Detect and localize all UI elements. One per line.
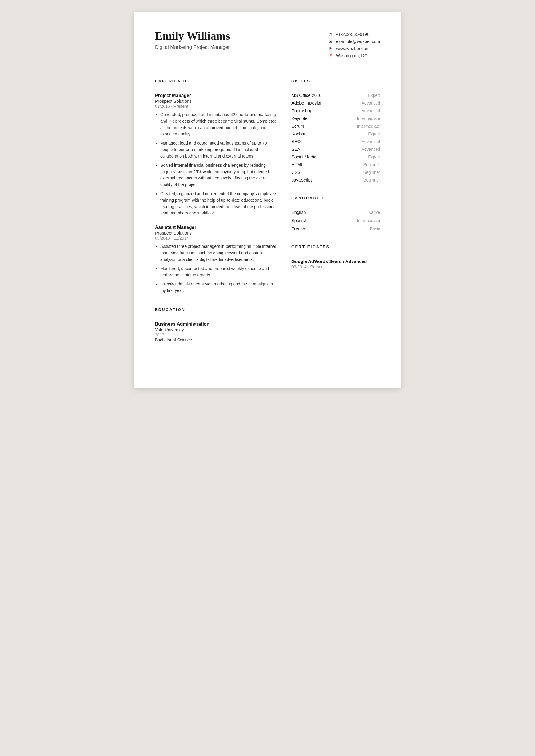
job-item: Project Manager Prospect Solutions 01/20… [155, 93, 277, 216]
skill-row: HTMLBeginner [292, 162, 380, 167]
skill-row: Adobe InDesignAdvanced [292, 101, 380, 105]
skill-row: SEOAdvanced [292, 139, 380, 144]
skill-level: Beginner [363, 170, 380, 175]
bullet-item: Directly administrated seven marketing a… [160, 281, 277, 294]
cert-date: 03/2014 - Present [292, 264, 380, 269]
language-level: Intermediate [357, 218, 380, 223]
edu-year: 2013 [155, 333, 277, 337]
skills-title: SKILLS [292, 79, 380, 83]
skills-section: SKILLS MS Office 2016ExpertAdobe InDesig… [292, 79, 380, 182]
website-value: www.wozber.com [336, 46, 370, 51]
main-body: EXPERIENCE Project Manager Prospect Solu… [155, 79, 380, 356]
education-title: EDUCATION [155, 308, 277, 312]
phone-value: +1-202-555-0196 [336, 32, 369, 37]
contact-website: ⚑ www.wozber.com [328, 46, 380, 51]
skill-row: JavaScriptBeginner [292, 178, 380, 182]
bullet-item: Monitored, documented and prepared weekl… [160, 266, 277, 279]
skill-row: KanbanExpert [292, 131, 380, 136]
skill-level: Expert [368, 131, 380, 136]
certificate-item: Google AdWords Search Advanced03/2014 - … [292, 259, 380, 269]
header-section: Emily Williams Digital Marketing Project… [155, 30, 380, 64]
skill-level: Intermediate [357, 124, 380, 128]
language-row: SpanishIntermediate [292, 218, 380, 223]
skill-level: Intermediate [357, 116, 380, 121]
language-level: Basic [370, 227, 380, 231]
skill-name: Keynote [292, 116, 307, 121]
job-company-2: Prospect Solutions [155, 231, 277, 235]
edu-school: Yale University [155, 328, 277, 332]
language-name: English [292, 210, 306, 215]
skill-level: Beginner [363, 178, 380, 182]
skill-name: Social Media [292, 154, 316, 159]
job-company-1: Prospect Solutions [155, 99, 277, 104]
skills-divider [292, 86, 380, 87]
skill-row: PhotoshopAdvanced [292, 108, 380, 113]
language-row: EnglishNative [292, 210, 380, 215]
job-title: Digital Marketing Project Manager [155, 44, 230, 50]
contact-phone: ✆ +1-202-555-0196 [328, 32, 380, 37]
skill-row: KeynoteIntermediate [292, 116, 380, 121]
job-title-1: Project Manager [155, 93, 277, 98]
experience-title: EXPERIENCE [155, 79, 277, 83]
bullet-item: Managed, lead and coordinated various te… [160, 140, 277, 159]
skill-row: SEAAdvanced [292, 147, 380, 151]
job-bullets-2: Assisted three project managers in perfo… [155, 243, 277, 294]
skill-level: Advanced [361, 147, 380, 151]
skill-level: Expert [368, 154, 380, 159]
header-right: ✆ +1-202-555-0196 ✉ example@wozber.com ⚑… [328, 32, 380, 58]
job-bullets-1: Generated, produced and maintained 42 en… [155, 112, 277, 216]
resume-page: Emily Williams Digital Marketing Project… [134, 12, 401, 388]
skill-row: CSSBeginner [292, 170, 380, 175]
skill-name: Kanban [292, 131, 307, 136]
job-item: Assistant Manager Prospect Solutions 09/… [155, 225, 277, 294]
bullet-item: Assisted three project managers in perfo… [160, 243, 277, 263]
certificates-divider [292, 252, 380, 252]
phone-icon: ✆ [328, 32, 333, 37]
skill-name: Scrum [292, 124, 304, 128]
job-date-1: 01/2015 - Present [155, 104, 277, 109]
skill-row: ScrumIntermediate [292, 124, 380, 128]
email-icon: ✉ [328, 40, 333, 44]
cert-name: Google AdWords Search Advanced [292, 259, 380, 264]
edu-item: Business Administration Yale University … [155, 322, 277, 342]
skill-name: SEA [292, 147, 300, 151]
candidate-name: Emily Williams [155, 30, 230, 42]
education-section: EDUCATION Business Administration Yale U… [155, 308, 277, 342]
certificates-list: Google AdWords Search Advanced03/2014 - … [292, 259, 380, 269]
header-left: Emily Williams Digital Marketing Project… [155, 30, 230, 50]
location-icon: 📍 [328, 54, 333, 58]
languages-title: LANGUAGES [292, 196, 380, 200]
certificates-title: CERTIFICATES [292, 245, 380, 249]
edu-degree: Business Administration [155, 322, 277, 327]
contact-location: 📍 Washington, DC [328, 53, 380, 58]
skills-list: MS Office 2016ExpertAdobe InDesignAdvanc… [292, 93, 380, 182]
certificates-section: CERTIFICATES Google AdWords Search Advan… [292, 245, 380, 269]
language-row: FrenchBasic [292, 227, 380, 231]
left-column: EXPERIENCE Project Manager Prospect Solu… [155, 79, 277, 356]
skill-name: HTML [292, 162, 303, 167]
bullet-item: Solved internal financial business chall… [160, 162, 277, 188]
bullet-item: Created, organized and implemented the c… [160, 191, 277, 216]
email-value: example@wozber.com [336, 39, 380, 44]
skill-name: JavaScript [292, 178, 312, 182]
contact-email: ✉ example@wozber.com [328, 39, 380, 44]
skill-level: Expert [368, 93, 380, 98]
experience-divider [155, 86, 277, 87]
skill-level: Beginner [363, 162, 380, 167]
language-level: Native [368, 210, 380, 215]
skill-level: Advanced [361, 139, 380, 144]
skill-row: Social MediaExpert [292, 154, 380, 159]
right-column: SKILLS MS Office 2016ExpertAdobe InDesig… [292, 79, 380, 356]
edu-type: Bachelor of Science [155, 338, 277, 342]
skill-name: Adobe InDesign [292, 101, 323, 105]
skill-name: Photoshop [292, 108, 312, 113]
skill-level: Advanced [361, 101, 380, 105]
language-name: French [292, 227, 305, 231]
bullet-item: Generated, produced and maintained 42 en… [160, 112, 277, 137]
languages-list: EnglishNativeSpanishIntermediateFrenchBa… [292, 210, 380, 231]
job-title-2: Assistant Manager [155, 225, 277, 230]
language-name: Spanish [292, 218, 307, 223]
skill-name: CSS [292, 170, 300, 175]
languages-divider [292, 203, 380, 203]
skill-name: SEO [292, 139, 301, 144]
